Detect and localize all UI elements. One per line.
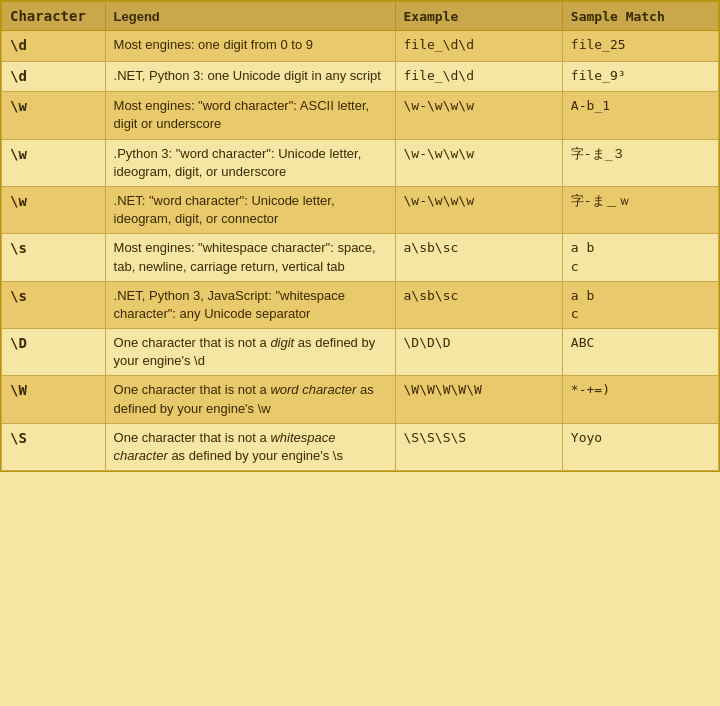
table-row: \s.NET, Python 3, JavaScript: "whitespac… [2, 281, 719, 328]
cell-legend: Most engines: "whitespace character": sp… [105, 234, 395, 281]
cell-character: \d [2, 31, 106, 62]
cell-character: \w [2, 139, 106, 186]
cell-example: \S\S\S\S [395, 423, 562, 470]
main-table-container: Character Legend Example Sample Match \d… [0, 0, 720, 472]
cell-character: \S [2, 423, 106, 470]
cell-sample: file_9³ [562, 61, 718, 92]
cell-example: file_\d\d [395, 61, 562, 92]
table-row: \SOne character that is not a whitespace… [2, 423, 719, 470]
header-example: Example [395, 2, 562, 31]
table-row: \w.NET: "word character": Unicode letter… [2, 186, 719, 233]
cell-character: \W [2, 376, 106, 423]
cell-legend: One character that is not a whitespace c… [105, 423, 395, 470]
table-header-row: Character Legend Example Sample Match [2, 2, 719, 31]
table-row: \WOne character that is not a word chara… [2, 376, 719, 423]
cell-legend: .NET, Python 3, JavaScript: "whitespace … [105, 281, 395, 328]
cell-example: \D\D\D [395, 329, 562, 376]
cell-example: file_\d\d [395, 31, 562, 62]
cell-example: \w-\w\w\w [395, 186, 562, 233]
cell-character: \s [2, 234, 106, 281]
cell-legend: .NET, Python 3: one Unicode digit in any… [105, 61, 395, 92]
cell-sample: file_25 [562, 31, 718, 62]
table-row: \wMost engines: "word character": ASCII … [2, 92, 719, 139]
cell-example: \w-\w\w\w [395, 139, 562, 186]
cell-example: a\sb\sc [395, 281, 562, 328]
cell-legend: One character that is not a word charact… [105, 376, 395, 423]
cell-sample: A-b_1 [562, 92, 718, 139]
cell-character: \w [2, 92, 106, 139]
cell-sample: ABC [562, 329, 718, 376]
cell-example: \w-\w\w\w [395, 92, 562, 139]
table-row: \dMost engines: one digit from 0 to 9fil… [2, 31, 719, 62]
table-body: \dMost engines: one digit from 0 to 9fil… [2, 31, 719, 471]
cell-sample: 字-ま＿ｗ [562, 186, 718, 233]
cell-legend: Most engines: one digit from 0 to 9 [105, 31, 395, 62]
cell-legend: .Python 3: "word character": Unicode let… [105, 139, 395, 186]
cell-sample: 字-ま_３ [562, 139, 718, 186]
table-row: \sMost engines: "whitespace character": … [2, 234, 719, 281]
cell-example: a\sb\sc [395, 234, 562, 281]
cell-sample: a bc [562, 234, 718, 281]
cell-legend: .NET: "word character": Unicode letter, … [105, 186, 395, 233]
regex-table: Character Legend Example Sample Match \d… [1, 1, 719, 471]
cell-character: \D [2, 329, 106, 376]
cell-character: \s [2, 281, 106, 328]
cell-example: \W\W\W\W\W [395, 376, 562, 423]
table-row: \d.NET, Python 3: one Unicode digit in a… [2, 61, 719, 92]
table-row: \DOne character that is not a digit as d… [2, 329, 719, 376]
table-row: \w.Python 3: "word character": Unicode l… [2, 139, 719, 186]
header-legend: Legend [105, 2, 395, 31]
header-sample: Sample Match [562, 2, 718, 31]
cell-legend: One character that is not a digit as def… [105, 329, 395, 376]
cell-sample: *-+=) [562, 376, 718, 423]
cell-character: \d [2, 61, 106, 92]
cell-sample: Yoyo [562, 423, 718, 470]
cell-character: \w [2, 186, 106, 233]
cell-sample: a bc [562, 281, 718, 328]
header-character: Character [2, 2, 106, 31]
cell-legend: Most engines: "word character": ASCII le… [105, 92, 395, 139]
